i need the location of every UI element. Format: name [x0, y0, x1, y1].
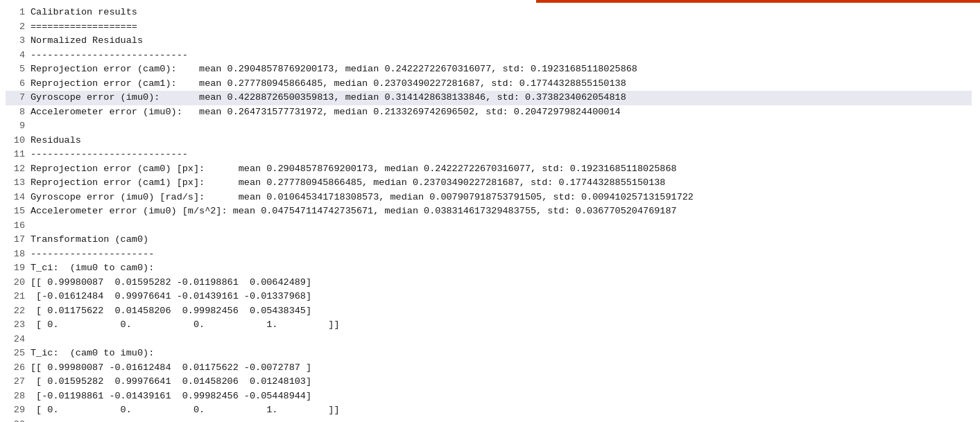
line-text — [31, 119, 972, 134]
line-text: ---------------------- — [31, 247, 972, 262]
line-number: 6 — [6, 77, 25, 91]
code-line: 1Calibration results — [6, 6, 972, 20]
line-number: 1 — [6, 6, 25, 20]
line-number: 11 — [6, 148, 25, 162]
line-text: Residuals — [31, 134, 972, 148]
line-number: 18 — [6, 247, 25, 262]
line-text: T_ic: (cam0 to imu0): — [31, 346, 972, 361]
line-text: [-0.01612484 0.99976641 -0.01439161 -0.0… — [31, 290, 972, 304]
line-number: 23 — [6, 318, 25, 333]
line-text: Gyroscope error (imu0): mean 0.422887265… — [31, 91, 972, 105]
line-text: [ 0.01175622 0.01458206 0.99982456 0.054… — [31, 304, 972, 319]
line-text: Reprojection error (cam1) [px]: mean 0.2… — [31, 176, 972, 191]
line-number: 10 — [6, 134, 25, 148]
code-line: 8Accelerometer error (imu0): mean 0.2647… — [6, 105, 972, 120]
line-number: 2 — [6, 20, 25, 35]
line-text: Gyroscope error (imu0) [rad/s]: mean 0.0… — [31, 191, 972, 205]
line-text: Calibration results — [31, 6, 972, 20]
line-text: [-0.01198861 -0.01439161 0.99982456 -0.0… — [31, 389, 972, 404]
line-number: 24 — [6, 333, 25, 347]
line-number: 20 — [6, 276, 25, 290]
line-text: Accelerometer error (imu0) [m/s^2]: mean… — [31, 204, 972, 219]
line-text: [ 0.01595282 0.99976641 0.01458206 0.012… — [31, 375, 972, 389]
line-number: 7 — [6, 91, 25, 105]
code-line: 21 [-0.01612484 0.99976641 -0.01439161 -… — [6, 290, 972, 304]
line-number: 16 — [6, 219, 25, 234]
code-line: 26[[ 0.99980087 -0.01612484 0.01175622 -… — [6, 361, 972, 376]
code-line: 3Normalized Residuals — [6, 34, 972, 49]
line-text: T_ci: (imu0 to cam0): — [31, 261, 972, 276]
line-text: [ 0. 0. 0. 1. ]] — [31, 403, 972, 418]
code-line: 10Residuals — [6, 134, 972, 148]
line-number: 21 — [6, 290, 25, 304]
line-number: 29 — [6, 403, 25, 418]
code-line: 16 — [6, 219, 972, 234]
code-line: 27 [ 0.01595282 0.99976641 0.01458206 0.… — [6, 375, 972, 389]
line-text: Reprojection error (cam0) [px]: mean 0.2… — [31, 162, 972, 177]
code-line: 17Transformation (cam0) — [6, 233, 972, 247]
line-text: Transformation (cam0) — [31, 233, 972, 247]
code-line: 14Gyroscope error (imu0) [rad/s]: mean 0… — [6, 191, 972, 205]
line-number: 9 — [6, 119, 25, 134]
line-text: [ 0. 0. 0. 1. ]] — [31, 318, 972, 333]
code-line: 29 [ 0. 0. 0. 1. ]] — [6, 403, 972, 418]
code-line: 25T_ic: (cam0 to imu0): — [6, 346, 972, 361]
line-text: Accelerometer error (imu0): mean 0.26473… — [31, 105, 972, 120]
code-line: 11---------------------------- — [6, 148, 972, 162]
code-line: 2=================== — [6, 20, 972, 35]
code-line: 18---------------------- — [6, 247, 972, 262]
line-text: =================== — [31, 20, 972, 35]
code-line: 23 [ 0. 0. 0. 1. ]] — [6, 318, 972, 333]
line-number: 5 — [6, 62, 25, 77]
code-line: 13Reprojection error (cam1) [px]: mean 0… — [6, 176, 972, 191]
line-text: [[ 0.99980087 -0.01612484 0.01175622 -0.… — [31, 361, 972, 376]
line-text: ---------------------------- — [31, 49, 972, 63]
line-number: 8 — [6, 105, 25, 120]
line-number: 12 — [6, 162, 25, 177]
line-text: Reprojection error (cam0): mean 0.290485… — [31, 62, 972, 77]
code-line: 22 [ 0.01175622 0.01458206 0.99982456 0.… — [6, 304, 972, 319]
line-number: 13 — [6, 176, 25, 191]
line-number: 17 — [6, 233, 25, 247]
line-number: 15 — [6, 204, 25, 219]
line-number: 30 — [6, 418, 25, 422]
code-line: 15Accelerometer error (imu0) [m/s^2]: me… — [6, 204, 972, 219]
code-line: 28 [-0.01198861 -0.01439161 0.99982456 -… — [6, 389, 972, 404]
code-line: 12Reprojection error (cam0) [px]: mean 0… — [6, 162, 972, 177]
line-number: 3 — [6, 34, 25, 49]
code-line: 6Reprojection error (cam1): mean 0.27778… — [6, 77, 972, 91]
content-area: 1Calibration results2===================… — [0, 0, 980, 422]
code-line: 5Reprojection error (cam0): mean 0.29048… — [6, 62, 972, 77]
line-text: Reprojection error (cam1): mean 0.277780… — [31, 77, 972, 91]
line-number: 27 — [6, 375, 25, 389]
line-text — [31, 418, 972, 422]
line-text: [[ 0.99980087 0.01595282 -0.01198861 0.0… — [31, 276, 972, 290]
line-text: ---------------------------- — [31, 148, 972, 162]
line-number: 19 — [6, 261, 25, 276]
code-line: 7Gyroscope error (imu0): mean 0.42288726… — [6, 91, 972, 105]
line-text — [31, 219, 972, 234]
line-number: 25 — [6, 346, 25, 361]
code-line: 30 — [6, 418, 972, 422]
code-line: 24 — [6, 333, 972, 347]
line-text — [31, 333, 972, 347]
code-line: 9 — [6, 119, 972, 134]
line-number: 28 — [6, 389, 25, 404]
code-line: 4---------------------------- — [6, 49, 972, 63]
line-number: 22 — [6, 304, 25, 319]
line-number: 4 — [6, 49, 25, 63]
code-line: 20[[ 0.99980087 0.01595282 -0.01198861 0… — [6, 276, 972, 290]
line-number: 14 — [6, 191, 25, 205]
code-line: 19T_ci: (imu0 to cam0): — [6, 261, 972, 276]
line-number: 26 — [6, 361, 25, 376]
line-text: Normalized Residuals — [31, 34, 972, 49]
top-bar — [536, 0, 980, 3]
